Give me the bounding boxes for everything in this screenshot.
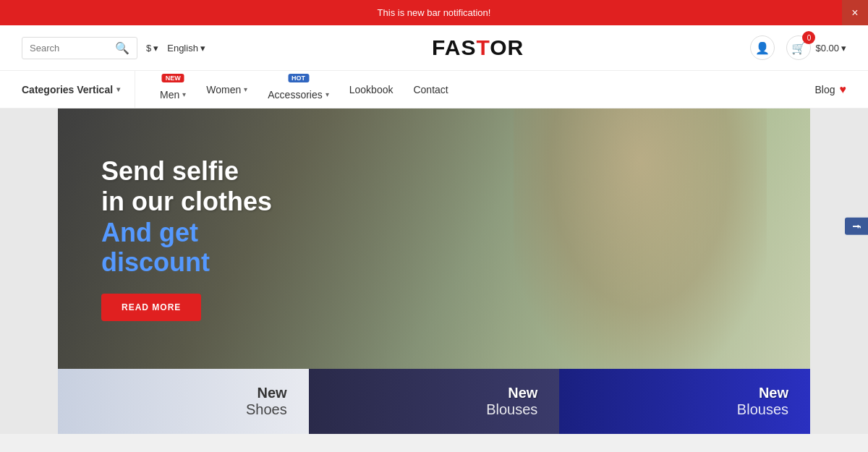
- nav-item-women-label: Women: [206, 84, 241, 95]
- notification-text: This is new bar notification!: [378, 7, 491, 18]
- header-right: 👤 🛒 0 $0.00 ▾: [750, 35, 846, 60]
- nav-item-lookbook[interactable]: Lookbook: [339, 71, 404, 108]
- hero-person-highlight: [514, 108, 767, 369]
- nav-item-accessories[interactable]: HOT Accessories ▾: [258, 71, 339, 108]
- account-button[interactable]: 👤: [750, 35, 775, 60]
- cart-badge: 0: [802, 31, 815, 44]
- nav-badge-hot: HOT: [288, 74, 309, 82]
- currency-selector[interactable]: $ ▾: [146, 43, 158, 54]
- bottom-section-blouses-dark-subtitle: Blouses: [486, 401, 537, 418]
- categories-vertical-label: Categories Vertical: [22, 84, 113, 95]
- bottom-section-blouses-dark-title: New: [486, 385, 537, 401]
- account-icon: 👤: [755, 41, 770, 55]
- bottom-section-blouses-dark[interactable]: New Blouses: [309, 369, 560, 434]
- nav-item-contact-label: Contact: [413, 84, 448, 95]
- notification-bar: This is new bar notification! ×: [0, 0, 868, 25]
- language-value: English: [167, 43, 198, 54]
- categories-vertical-chevron-icon: ▾: [116, 85, 120, 93]
- nav-item-women-chevron-icon: ▾: [244, 85, 247, 93]
- nav-item-women[interactable]: Women ▾: [196, 71, 258, 108]
- hero-content: Send selfie in our clothes And get disco…: [58, 127, 315, 350]
- categories-vertical-menu[interactable]: Categories Vertical ▾: [22, 71, 135, 108]
- bottom-section-blouses-dark-text: New Blouses: [486, 385, 537, 418]
- nav-item-blog-label: Blog: [814, 84, 835, 95]
- nav-item-men-label: Men: [160, 89, 179, 101]
- facebook-icon: f: [851, 224, 862, 228]
- nav-item-accessories-chevron-icon: ▾: [326, 90, 329, 98]
- nav-item-lookbook-label: Lookbook: [349, 84, 393, 95]
- hero-title-line2: in our clothes: [101, 187, 272, 216]
- hero-subtitle-line1: And get: [101, 218, 198, 247]
- cart-count: 0: [807, 34, 812, 42]
- hero-read-more-button[interactable]: READ MORE: [101, 294, 201, 321]
- nav-item-blog[interactable]: Blog ♥: [814, 83, 846, 96]
- cart-wrapper[interactable]: 🛒 0 $0.00 ▾: [786, 35, 846, 60]
- cart-icon: 🛒: [791, 41, 806, 55]
- logo[interactable]: FASTOR: [432, 35, 524, 60]
- logo-text-main: FAS: [432, 35, 476, 59]
- nav-bar: Categories Vertical ▾ NEW Men ▾ Women ▾ …: [0, 71, 868, 108]
- search-input[interactable]: [30, 43, 111, 54]
- cart-price: $0.00 ▾: [815, 43, 846, 54]
- nav-item-accessories-label: Accessories: [268, 89, 322, 101]
- bottom-section-shoes-text: New Shoes: [246, 385, 287, 418]
- hero-subtitle-line2: discount: [101, 247, 210, 277]
- heart-icon: ♥: [840, 83, 847, 96]
- language-selector[interactable]: English ▾: [167, 43, 205, 54]
- close-icon: ×: [851, 7, 858, 20]
- facebook-sidebar[interactable]: f: [845, 217, 868, 235]
- bottom-section-blouses-blue[interactable]: New Blouses: [559, 369, 810, 434]
- notification-close-button[interactable]: ×: [842, 0, 868, 25]
- cart-price-chevron-icon: ▾: [841, 43, 846, 54]
- bottom-section-blouses-blue-text: New Blouses: [737, 385, 788, 418]
- bottom-sections: New Shoes New Blouses New Blouses: [58, 369, 810, 434]
- cart-icon-wrapper: 🛒 0: [786, 35, 811, 60]
- bottom-section-blouses-blue-title: New: [737, 385, 788, 401]
- bottom-section-blouses-blue-subtitle: Blouses: [737, 401, 788, 418]
- currency-value: $: [146, 43, 151, 54]
- nav-item-men[interactable]: NEW Men ▾: [150, 71, 196, 108]
- hero-title: Send selfie in our clothes: [101, 156, 272, 216]
- nav-item-contact[interactable]: Contact: [403, 71, 458, 108]
- cart-price-value: $0.00: [815, 43, 839, 54]
- hero-subtitle: And get discount: [101, 218, 272, 278]
- nav-badge-new: NEW: [162, 74, 184, 82]
- bottom-section-shoes-title: New: [246, 385, 287, 401]
- logo-text-end: OR: [490, 35, 524, 59]
- bottom-section-shoes[interactable]: New Shoes: [58, 369, 309, 434]
- hero-section: Send selfie in our clothes And get disco…: [58, 108, 810, 369]
- search-box[interactable]: 🔍: [22, 37, 137, 59]
- logo-text-accent: T: [476, 35, 490, 59]
- header: 🔍 $ ▾ English ▾ FASTOR 👤 🛒 0: [0, 25, 868, 71]
- language-chevron-icon: ▾: [200, 43, 205, 54]
- nav-items: NEW Men ▾ Women ▾ HOT Accessories ▾ Look…: [150, 71, 846, 108]
- nav-item-men-chevron-icon: ▾: [182, 90, 186, 98]
- bottom-section-shoes-subtitle: Shoes: [246, 401, 287, 418]
- hero-title-line1: Send selfie: [101, 156, 239, 186]
- search-icon[interactable]: 🔍: [115, 41, 129, 55]
- currency-chevron-icon: ▾: [153, 43, 158, 54]
- header-left: 🔍 $ ▾ English ▾: [22, 37, 205, 59]
